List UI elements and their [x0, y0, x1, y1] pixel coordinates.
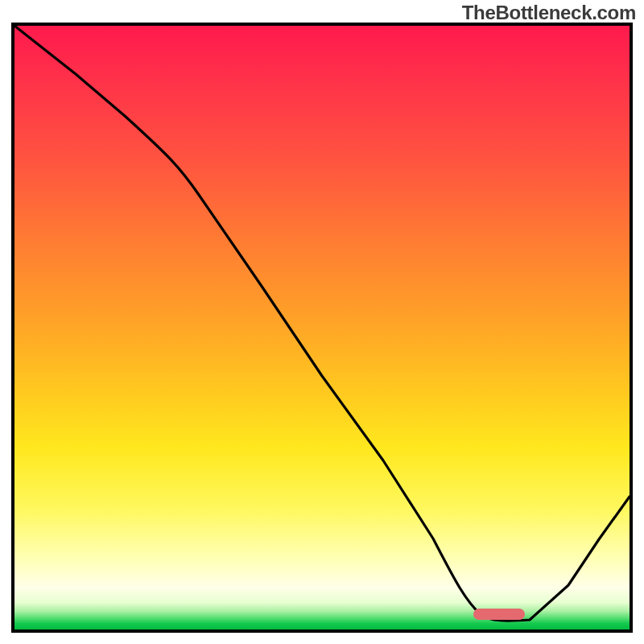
chart-frame — [11, 23, 633, 633]
chart-line — [14, 26, 630, 630]
chart-area — [14, 26, 630, 630]
watermark-text: TheBottleneck.com — [462, 2, 636, 24]
bottleneck-curve-path — [14, 26, 630, 621]
optimal-range-marker — [473, 609, 525, 620]
